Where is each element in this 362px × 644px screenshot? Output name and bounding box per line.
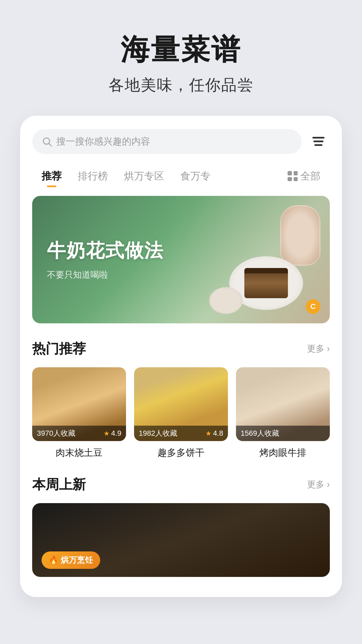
star-icon-1: ★	[104, 429, 110, 437]
recipe-card-3[interactable]: 1569人收藏 烤肉眼牛排	[236, 367, 330, 459]
search-icon	[42, 136, 52, 147]
hot-section-more[interactable]: 更多 ›	[307, 343, 330, 355]
banner-c-badge: C	[306, 299, 320, 314]
new-section: 本周上新 更多 › 🔥 烘万烹饪	[32, 475, 330, 577]
tab-shwan[interactable]: 食万专	[172, 166, 219, 186]
svg-line-1	[49, 144, 51, 146]
search-input-wrap[interactable]: 搜一搜你感兴趣的内容	[32, 129, 302, 154]
hot-section-header: 热门推荐 更多 ›	[32, 339, 330, 358]
menu-icon[interactable]	[307, 130, 330, 153]
fire-icon: 🔥	[49, 556, 58, 565]
app-card: 搜一搜你感兴趣的内容 推荐 排行榜 烘万专区 食万专 全部	[20, 116, 342, 597]
recipe-badge-2: 1982人收藏 ★ 4.8	[134, 426, 228, 441]
new-section-more[interactable]: 更多 ›	[307, 479, 330, 490]
star-icon-2: ★	[205, 429, 212, 437]
recipe-name-2: 趣多多饼干	[134, 446, 228, 459]
banner-title: 牛奶花式做法	[47, 238, 315, 264]
new-card[interactable]: 🔥 烘万烹饪	[32, 503, 330, 577]
recipe-thumb-1: 3970人收藏 ★ 4.9	[32, 367, 126, 441]
new-section-header: 本周上新 更多 ›	[32, 475, 330, 494]
search-bar: 搜一搜你感兴趣的内容	[32, 129, 330, 154]
menu-bar-top	[312, 137, 324, 139]
banner[interactable]: 牛奶花式做法 不要只知道喝啦 C	[32, 196, 330, 323]
menu-bar-bot	[314, 144, 322, 146]
hero-subtitle: 各地美味，任你品尝	[0, 75, 362, 96]
recipe-badge-3: 1569人收藏	[236, 426, 330, 441]
recipe-thumb-2: 1982人收藏 ★ 4.8	[134, 367, 228, 441]
rating-badge-1: ★ 4.9	[104, 429, 121, 438]
recipe-card-1[interactable]: 3970人收藏 ★ 4.9 肉末烧土豆	[32, 367, 126, 459]
recipe-name-3: 烤肉眼牛排	[236, 446, 330, 459]
search-placeholder: 搜一搜你感兴趣的内容	[56, 135, 150, 148]
banner-subtitle: 不要只知道喝啦	[47, 269, 315, 281]
recipe-card-2[interactable]: 1982人收藏 ★ 4.8 趣多多饼干	[134, 367, 228, 459]
new-card-badge-label: 烘万烹饪	[61, 555, 93, 566]
tab-all[interactable]: 全部	[280, 166, 328, 186]
tab-ranking[interactable]: 排行榜	[70, 166, 116, 186]
new-section-title: 本周上新	[32, 475, 86, 494]
nav-tabs: 推荐 排行榜 烘万专区 食万专 全部	[32, 166, 330, 186]
recipe-thumb-3: 1569人收藏	[236, 367, 330, 441]
hot-section-title: 热门推荐	[32, 339, 86, 358]
recipe-name-1: 肉末烧土豆	[32, 446, 126, 459]
tab-recommend[interactable]: 推荐	[34, 166, 70, 186]
recipe-badge-1: 3970人收藏 ★ 4.9	[32, 426, 126, 441]
rating-badge-2: ★ 4.8	[205, 429, 223, 438]
grid-icon	[288, 171, 298, 181]
hero-title: 海量菜谱	[0, 34, 362, 65]
menu-bar-mid	[313, 141, 323, 142]
tab-hongwan[interactable]: 烘万专区	[116, 166, 172, 186]
banner-content: 牛奶花式做法 不要只知道喝啦	[32, 196, 330, 323]
hero-section: 海量菜谱 各地美味，任你品尝	[0, 0, 362, 116]
recipe-row: 3970人收藏 ★ 4.9 肉末烧土豆 1982人收藏 ★ 4.8	[32, 367, 330, 459]
new-card-badge: 🔥 烘万烹饪	[42, 551, 100, 569]
